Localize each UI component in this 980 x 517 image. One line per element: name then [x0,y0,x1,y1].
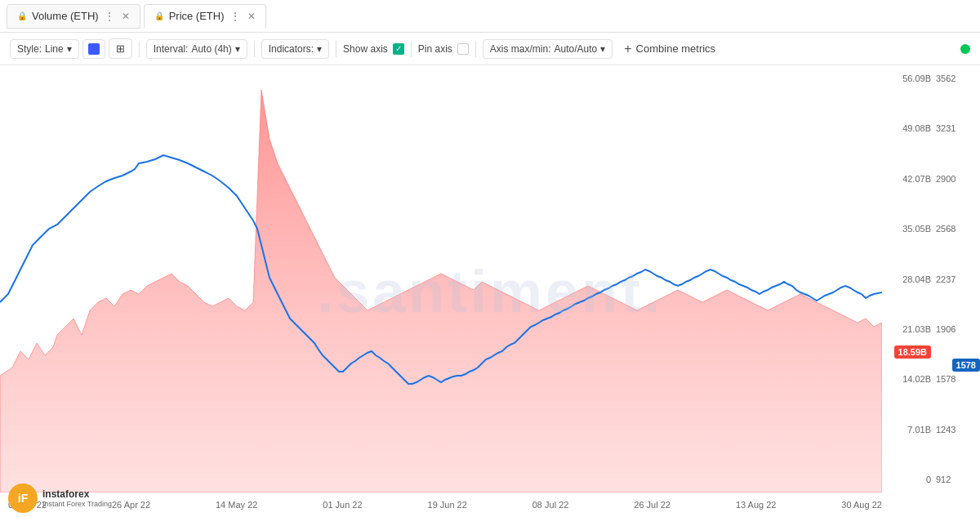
y-left-label-3: 35.05B [884,224,931,234]
y-right-label-1: 3231 [936,123,980,133]
logo-name: instaforex [42,488,112,500]
show-axis-label: Show axis [343,43,388,55]
chart-svg [0,65,882,492]
separator-2 [254,41,255,57]
separator-5 [475,41,476,57]
y-right-label-3: 2568 [936,224,980,234]
show-axis-checkbox[interactable] [393,43,404,55]
x-label-8: 30 Aug 22 [841,500,882,510]
svg-marker-0 [0,90,882,492]
logo-text-group: instaforex Instant Forex Trading [42,488,112,508]
y-left-label-8: 0 [884,475,931,484]
interval-value: Auto (4h) [191,43,231,55]
current-price-label: 1578 [952,359,980,372]
x-axis: 08 Apr 22 26 Apr 22 14 May 22 01 Jun 22 … [8,492,882,517]
toolbar: Style: Line ▾ ⊞ Interval: Auto (4h) ▾ In… [0,33,980,65]
tab-volume[interactable]: 🔒 Volume (ETH) ⋮ ✕ [7,4,140,29]
x-label-6: 26 Jul 22 [634,500,670,510]
chart-area: .santiment. 56.09B 49.08B 42.07B 35.05B … [0,65,980,517]
y-right-label-0: 3562 [936,74,980,83]
interval-selector[interactable]: Interval: Auto (4h) ▾ [146,39,247,59]
axis-maxmin-value: Auto/Auto [555,43,598,55]
y-left-label-1: 49.08B [884,123,931,133]
y-left-label-7: 7.01B [884,425,931,435]
tab-price[interactable]: 🔒 Price (ETH) ⋮ ✕ [144,4,266,29]
y-right-label-7: 1243 [936,425,980,435]
chevron-down-icon: ▾ [67,43,72,55]
y-right-label-4: 2237 [936,274,980,284]
tab-bar: 🔒 Volume (ETH) ⋮ ✕ 🔒 Price (ETH) ⋮ ✕ [0,0,980,33]
tab-price-label: Price (ETH) [169,10,225,22]
axis-maxmin-selector[interactable]: Axis max/min: Auto/Auto ▾ [483,39,612,59]
status-indicator [960,44,970,54]
y-left-label-6: 14.02B [884,374,931,384]
interval-label: Interval: [154,43,189,55]
lock-icon-price: 🔒 [154,11,164,20]
show-axis-group: Show axis [343,43,404,55]
x-label-2: 14 May 22 [216,500,257,510]
plus-icon: + [624,42,631,56]
logo-icon-text: iF [18,492,28,505]
combine-metrics-button[interactable]: + Combine metrics [616,38,724,60]
instaforex-logo: iF instaforex Instant Forex Trading [8,484,112,513]
style-label: Style: [17,43,42,55]
lock-icon: 🔒 [17,11,27,20]
y-axis-left: 56.09B 49.08B 42.07B 35.05B 28.04B 21.03… [884,65,931,492]
logo-icon: iF [8,484,38,513]
y-axis-right: 3562 3231 2900 2568 2237 1906 1578 1243 … [933,65,980,492]
combine-metrics-label: Combine metrics [636,42,716,55]
separator-1 [139,41,140,57]
chevron-down-icon-indicators: ▾ [317,43,322,55]
pin-axis-checkbox[interactable] [457,43,469,55]
color-swatch [88,43,100,55]
indicators-label: Indicators: [269,43,314,55]
axis-maxmin-label: Axis max/min: [490,43,551,55]
chevron-down-icon-maxmin: ▾ [600,43,605,55]
current-volume-label: 18.59B [894,345,931,359]
x-label-4: 19 Jun 22 [428,500,467,510]
y-left-label-2: 42.07B [884,174,931,184]
style-selector[interactable]: Style: Line ▾ [10,39,79,59]
tab-price-close[interactable]: ✕ [247,11,256,22]
x-label-3: 01 Jun 22 [323,500,362,510]
y-right-label-6: 1578 [936,374,980,384]
tab-price-menu[interactable]: ⋮ [229,10,241,23]
tab-volume-close[interactable]: ✕ [122,11,130,22]
y-left-label-4: 28.04B [884,274,931,284]
x-label-7: 13 Aug 22 [736,500,777,510]
indicators-selector[interactable]: Indicators: ▾ [261,39,329,59]
tab-volume-menu[interactable]: ⋮ [104,10,115,23]
separator-4 [411,41,412,57]
pin-axis-group: Pin axis [418,43,469,55]
chart-type-icon: ⊞ [116,42,125,55]
logo-tagline: Instant Forex Trading [42,500,112,508]
tab-volume-label: Volume (ETH) [32,10,99,22]
pin-axis-label: Pin axis [418,43,452,55]
chart-type-selector[interactable]: ⊞ [109,38,132,59]
y-right-label-5: 1906 [936,324,980,334]
style-value: Line [45,43,64,55]
y-right-label-2: 2900 [936,174,980,184]
y-left-label-5: 21.03B [884,324,931,334]
x-label-5: 08 Jul 22 [532,500,569,510]
y-right-label-8: 912 [936,475,980,484]
x-label-1: 26 Apr 22 [112,500,150,510]
separator-3 [336,41,336,57]
y-left-label-0: 56.09B [884,74,931,83]
chevron-down-icon-interval: ▾ [235,43,240,55]
color-picker[interactable] [82,39,105,59]
